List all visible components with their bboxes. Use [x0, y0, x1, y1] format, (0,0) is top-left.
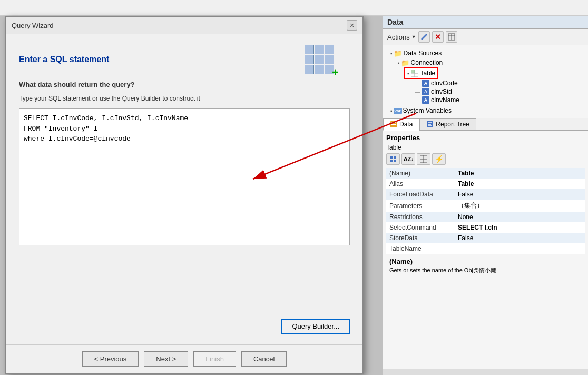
folder-icon-datasources: 📁	[394, 49, 402, 57]
query-builder-row: Query Builder...	[19, 319, 350, 334]
properties-title: Properties	[386, 134, 585, 142]
svg-rect-8	[391, 122, 396, 123]
prop-grid-icon[interactable]	[417, 153, 430, 165]
dash-icon-cinvstd: —	[415, 89, 420, 95]
right-panel-title: Data	[387, 18, 403, 26]
properties-table: (Name)TableAliasTableForceLoadDataFalseP…	[386, 168, 585, 254]
previous-label: < Previous	[94, 355, 127, 363]
tree-label-cinvname: cInvName	[431, 96, 459, 104]
tabs-row: Data Report Tree	[383, 118, 588, 131]
tree-item-connection[interactable]: ▪ 📁 Connection	[385, 58, 586, 67]
finish-label: Finish	[205, 355, 224, 363]
right-panel-header: Data	[383, 16, 588, 29]
prop-az-icon[interactable]: AZ ↓	[401, 153, 415, 165]
table-grid-icon	[410, 69, 419, 77]
prop-name-label: (Name)	[389, 258, 582, 265]
report-tree-tab-icon	[426, 121, 434, 128]
properties-section-title: Properties	[386, 134, 420, 142]
next-label: Next >	[156, 355, 176, 363]
dialog-header-row: Enter a SQL statement +	[19, 45, 350, 74]
svg-rect-9	[391, 124, 396, 125]
tab-report-tree[interactable]: Report Tree	[419, 118, 476, 130]
properties-description: (Name) Gets or sets the name of the Obj@…	[386, 254, 585, 278]
qi-3	[325, 45, 334, 54]
dialog-close-button[interactable]: ×	[347, 20, 357, 31]
tab-report-tree-label: Report Tree	[436, 121, 469, 128]
prop-name-desc: Gets or sets the name of the Obj@情小懒	[389, 267, 582, 274]
prop-lightning-icon[interactable]: ⚡	[432, 153, 446, 165]
qi-8	[315, 65, 324, 74]
properties-object-label: Table	[386, 144, 585, 151]
dialog-description: Type your SQL statement or use the Query…	[19, 95, 350, 102]
expand-icon-sysvars: ▪	[390, 108, 393, 114]
tree-item-datasources[interactable]: ▪ 📁 Data Sources	[385, 48, 586, 58]
dialog-subtitle: What data should return the query?	[19, 81, 350, 88]
query-builder-button[interactable]: Query Builder...	[281, 319, 350, 334]
dash-icon-cinvname: —	[415, 97, 420, 103]
right-panel: Data Actions ▼ ✕ ▪ 📁 Data Sources	[383, 16, 588, 375]
actions-button[interactable]: Actions ▼	[387, 33, 416, 41]
field-icon-cinvname: A	[422, 96, 429, 104]
dialog-title: Query Wizard	[12, 22, 53, 29]
folder-icon-connection: 📁	[401, 58, 409, 67]
horizontal-scrollbar[interactable]	[383, 369, 588, 375]
tree-item-sysvars[interactable]: ▪ var System Variables	[385, 106, 586, 115]
finish-button[interactable]: Finish	[193, 351, 236, 367]
query-icon-container: +	[305, 45, 334, 74]
tree-item-cinvstd[interactable]: — A cInvStd	[385, 87, 586, 96]
tree-item-cinvname[interactable]: — A cInvName	[385, 96, 586, 104]
qi-4	[305, 55, 314, 64]
svg-rect-15	[394, 156, 396, 159]
svg-rect-17	[394, 160, 396, 162]
table-icon-btn[interactable]	[446, 31, 457, 43]
dialog-body: Enter a SQL statement + What data should…	[6, 34, 362, 344]
query-icon-plus: +	[332, 67, 338, 77]
tab-data-label: Data	[399, 121, 413, 128]
delete-icon-btn[interactable]: ✕	[432, 31, 444, 43]
tree-item-cinvcode[interactable]: — A cInvCode	[385, 79, 586, 87]
dash-icon-cinvcode: —	[415, 81, 420, 86]
tree-label-datasources: Data Sources	[404, 50, 442, 57]
properties-section: Properties Table AZ ↓ ⚡ (Name)TableAlias…	[383, 131, 588, 281]
previous-button[interactable]: < Previous	[82, 351, 139, 367]
var-icon-sysvars: var	[394, 108, 402, 114]
tree-label-cinvstd: cInvStd	[431, 88, 452, 95]
field-icon-cinvcode: A	[422, 80, 429, 87]
prop-sort-icon[interactable]	[386, 153, 400, 165]
actions-bar: Actions ▼ ✕	[383, 29, 588, 45]
cancel-label: Cancel	[253, 355, 275, 363]
sql-editor-container	[19, 108, 350, 309]
expand-icon-table: ▪	[407, 71, 409, 76]
qi-2	[315, 45, 324, 54]
qi-6	[325, 55, 334, 64]
actions-arrow-icon: ▼	[411, 34, 416, 40]
data-tree: ▪ 📁 Data Sources ▪ 📁 Connection ▪ Table	[383, 45, 588, 118]
tree-label-table: Table	[420, 70, 436, 77]
sql-editor[interactable]	[19, 108, 350, 245]
dialog-main-title: Enter a SQL statement	[19, 55, 109, 64]
dialog-footer: < Previous Next > Finish Cancel	[6, 344, 362, 373]
edit-icon-btn[interactable]	[418, 31, 430, 43]
tree-label-connection: Connection	[411, 59, 443, 66]
expand-icon-datasources: ▪	[390, 51, 393, 56]
query-builder-label: Query Builder...	[292, 322, 339, 330]
svg-rect-16	[390, 160, 393, 162]
query-icon	[305, 45, 334, 74]
tree-item-table[interactable]: ▪ Table	[404, 67, 438, 79]
expand-icon-connection: ▪	[398, 60, 400, 66]
tree-label-sysvars: System Variables	[403, 107, 452, 114]
actions-label: Actions	[387, 33, 410, 41]
tree-label-cinvcode: cInvCode	[431, 80, 458, 87]
qi-5	[315, 55, 324, 64]
cancel-button[interactable]: Cancel	[241, 351, 287, 367]
data-tab-icon	[390, 121, 397, 128]
system-toolbar	[0, 0, 588, 16]
svg-rect-6	[411, 70, 415, 73]
dialog-titlebar: Query Wizard ×	[6, 17, 362, 34]
tab-data[interactable]: Data	[383, 118, 419, 131]
next-button[interactable]: Next >	[144, 351, 188, 367]
qi-1	[305, 45, 314, 54]
qi-7	[305, 65, 314, 74]
svg-rect-14	[390, 156, 393, 159]
prop-toolbar: AZ ↓ ⚡	[386, 153, 585, 165]
